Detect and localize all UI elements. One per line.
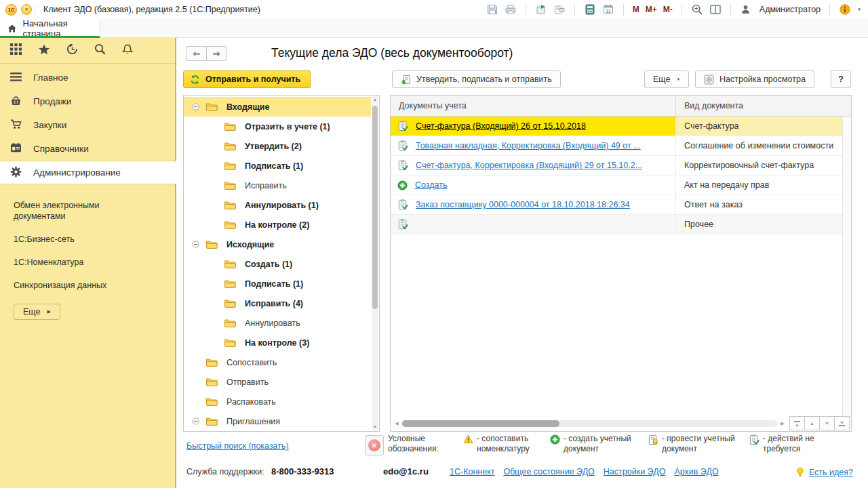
scroll-left-icon[interactable]: ◀ bbox=[393, 421, 400, 426]
print-preview-icon[interactable] bbox=[553, 3, 566, 16]
scrollbar-track[interactable] bbox=[402, 420, 777, 427]
close-panel-button[interactable]: ✕ bbox=[365, 435, 384, 455]
tree-item-incoming[interactable]: Входящие bbox=[184, 97, 371, 117]
search-icon[interactable] bbox=[94, 43, 106, 58]
sidebar-item-main[interactable]: Главное bbox=[0, 66, 175, 89]
tree-item-outgoing[interactable]: Исходящие bbox=[184, 235, 371, 254]
tree-item[interactable]: Подписать (1) bbox=[184, 156, 371, 176]
tree-item[interactable]: На контроле (3) bbox=[184, 333, 371, 352]
collapse-icon[interactable] bbox=[192, 103, 199, 110]
tree-item[interactable]: Исправить bbox=[184, 176, 371, 195]
button-label: Утвердить, подписать и отправить bbox=[416, 75, 552, 84]
tree-item[interactable]: Подписать (1) bbox=[184, 274, 371, 293]
tree-vertical-scrollbar[interactable]: ▲ ▼ bbox=[372, 96, 378, 430]
table-row[interactable]: Создать Акт на передачу прав bbox=[391, 176, 851, 195]
tree-item[interactable]: На контроле (2) bbox=[184, 215, 371, 235]
button-label: Еще bbox=[653, 75, 670, 84]
document-link[interactable]: Счет-фактура, Корректировка (Входящий) 2… bbox=[416, 161, 642, 170]
scroll-up-icon[interactable]: ▲ bbox=[372, 98, 378, 102]
divider bbox=[574, 4, 575, 16]
table-horizontal-scrollbar: ◀ ▶ ▲ ▲ ▼ ▼ bbox=[391, 415, 851, 431]
column-header-doc-type[interactable]: Вид документа bbox=[675, 96, 851, 116]
tree-item[interactable]: Сопоставить bbox=[184, 352, 371, 372]
tree-item[interactable]: Утвердить (2) bbox=[184, 136, 371, 156]
memory-button[interactable]: M bbox=[633, 5, 639, 14]
info-icon[interactable] bbox=[839, 3, 851, 16]
sidebar-item-purchases[interactable]: Закупки bbox=[0, 113, 175, 137]
link-edo-status[interactable]: Общее состояние ЭДО bbox=[503, 467, 594, 476]
export-icon[interactable] bbox=[535, 3, 547, 16]
column-header-documents[interactable]: Документы учета bbox=[391, 96, 675, 116]
tree-item[interactable]: Аннулировать bbox=[184, 313, 371, 333]
link-edo-archive[interactable]: Архив ЭДО bbox=[674, 467, 718, 476]
collapse-icon[interactable] bbox=[192, 418, 199, 425]
chevron-down-icon[interactable]: ▼ bbox=[857, 7, 861, 12]
calculator-icon[interactable] bbox=[584, 3, 596, 16]
tree-item-invitations[interactable]: Приглашения bbox=[184, 411, 371, 431]
quick-search-link[interactable]: Быстрый поиск (показать) bbox=[186, 441, 289, 451]
split-view-icon[interactable] bbox=[709, 3, 722, 16]
sidebar-item-sales[interactable]: Продажи bbox=[0, 89, 175, 113]
zoom-icon[interactable] bbox=[691, 3, 703, 16]
document-link[interactable]: Товарная накладная, Корректировка (Входя… bbox=[416, 141, 641, 150]
scrollbar-thumb[interactable] bbox=[372, 106, 378, 309]
link-edo-settings[interactable]: Настройки ЭДО bbox=[604, 467, 666, 476]
tree-item[interactable]: Создать (1) bbox=[184, 254, 371, 274]
tree-item[interactable]: Исправить (4) bbox=[184, 293, 371, 313]
idea-link[interactable]: Есть идея? bbox=[809, 468, 853, 477]
scroll-down-icon[interactable]: ▼ bbox=[372, 425, 378, 429]
save-icon[interactable] bbox=[486, 3, 498, 16]
table-vertical-scroll-track[interactable] bbox=[842, 117, 851, 415]
table-row[interactable]: Товарная накладная, Корректировка (Входя… bbox=[391, 136, 851, 156]
legend-text: - действий не требуется bbox=[763, 434, 815, 454]
sidebar-more-button[interactable]: Еще ▶ bbox=[14, 304, 60, 320]
help-button[interactable]: ? bbox=[831, 70, 851, 88]
document-link[interactable]: Счет-фактура (Входящий) 26 от 15.10.2018 bbox=[416, 121, 586, 131]
history-icon[interactable] bbox=[66, 43, 78, 58]
folder-icon bbox=[205, 239, 218, 249]
table-row[interactable]: Счет-фактура, Корректировка (Входящий) 2… bbox=[391, 156, 851, 176]
sidebar-item-catalogs[interactable]: Справочники bbox=[0, 137, 175, 161]
memory-plus-button[interactable]: M+ bbox=[646, 5, 657, 14]
doc-check-icon bbox=[397, 199, 408, 210]
table-row[interactable]: Прочее bbox=[391, 215, 851, 235]
sidebar-link-nomenclature[interactable]: 1С:Номенклатура bbox=[0, 251, 160, 274]
favorites-star-icon[interactable] bbox=[38, 44, 50, 58]
user-name[interactable]: Администратор bbox=[760, 5, 821, 14]
view-settings-button[interactable]: Настройка просмотра bbox=[695, 70, 814, 88]
sidebar-item-administration[interactable]: Администрирование bbox=[0, 161, 176, 184]
main-menu-button[interactable]: ▼ bbox=[21, 4, 32, 15]
doc-check-icon bbox=[749, 434, 760, 445]
more-button[interactable]: Еще ▼ bbox=[644, 70, 689, 88]
go-next-button[interactable]: ▼ bbox=[819, 416, 835, 430]
forward-button[interactable] bbox=[206, 46, 226, 61]
tree-item[interactable]: Отразить в учете (1) bbox=[184, 117, 371, 136]
tree-item[interactable]: Аннулировать (1) bbox=[184, 195, 371, 215]
folder-icon bbox=[224, 318, 236, 328]
memory-minus-button[interactable]: M- bbox=[663, 5, 673, 14]
document-link[interactable]: Заказ поставщику 0000-000004 от 18.10.20… bbox=[416, 200, 630, 209]
calendar-icon[interactable] bbox=[602, 3, 614, 16]
print-icon[interactable] bbox=[505, 3, 517, 16]
link-1c-connect[interactable]: 1С-Коннект bbox=[450, 467, 494, 476]
collapse-icon[interactable] bbox=[192, 241, 199, 248]
tab-home-page[interactable]: Начальная страница bbox=[0, 19, 100, 38]
send-receive-button[interactable]: Отправить и получить bbox=[183, 70, 311, 88]
sidebar-link-business-network[interactable]: 1С:Бизнес-сеть bbox=[0, 228, 160, 251]
notifications-bell-icon[interactable] bbox=[122, 44, 133, 58]
tree-item[interactable]: Отправить bbox=[184, 372, 371, 392]
approve-sign-send-button[interactable]: Утвердить, подписать и отправить bbox=[392, 70, 561, 88]
sidebar-link-sync[interactable]: Синхронизация данных bbox=[0, 274, 160, 297]
tree-item[interactable]: Распаковать bbox=[184, 392, 371, 411]
go-first-button[interactable]: ▲ bbox=[789, 416, 805, 430]
table-row[interactable]: Счет-фактура (Входящий) 26 от 15.10.2018… bbox=[391, 117, 851, 136]
back-button[interactable] bbox=[186, 46, 206, 61]
apps-grid-icon[interactable] bbox=[10, 43, 22, 58]
sidebar-link-edo-exchange[interactable]: Обмен электронными документами bbox=[0, 194, 160, 228]
scrollbar-thumb[interactable] bbox=[402, 420, 559, 427]
create-document-link[interactable]: Создать bbox=[415, 180, 448, 190]
go-prev-button[interactable]: ▲ bbox=[804, 416, 820, 430]
go-last-button[interactable]: ▼ bbox=[834, 416, 850, 430]
table-row[interactable]: Заказ поставщику 0000-000004 от 18.10.20… bbox=[391, 195, 851, 215]
scroll-right-icon[interactable]: ▶ bbox=[779, 421, 786, 426]
